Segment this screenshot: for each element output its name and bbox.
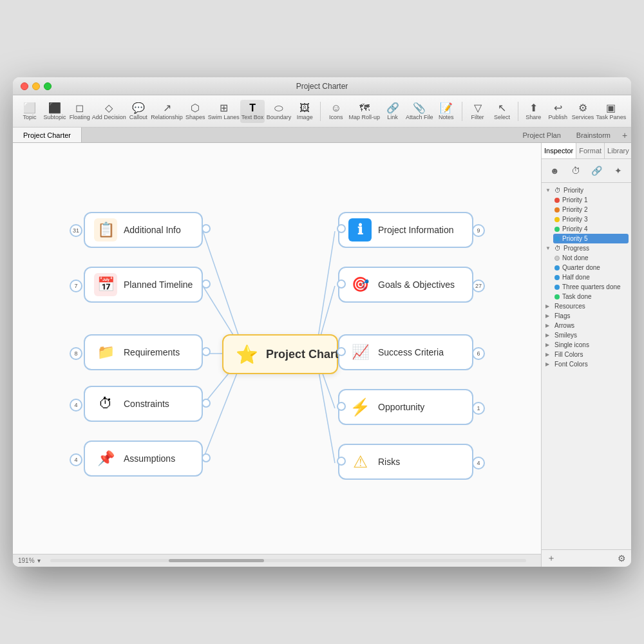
goals-objectives-label: Goals & Objectives [378,279,455,290]
additional-info-label: Additional Info [124,225,181,235]
node-risks[interactable]: ⚠ Risks [338,444,473,480]
publish-button[interactable]: ↩ Publish [546,99,569,123]
priority-1-dot [554,198,560,203]
select-button[interactable]: ↖ Select [491,99,514,123]
task-done-dot [554,294,560,299]
shapes-label: Shapes [185,114,205,120]
tree-item-resources[interactable]: ▶ Resources [544,301,629,311]
add-decision-icon: ◇ [105,102,113,114]
node-opportunity[interactable]: ⚡ Opportunity [338,389,473,425]
services-icon: ⚙ [578,102,587,114]
shapes-button[interactable]: ⬡ Shapes [184,99,207,123]
node-success-criteria[interactable]: 📈 Success Criteria [338,334,473,370]
tree-item-priority[interactable]: ▼ ⏱ Priority [544,185,629,195]
subtopic-label: Subtopic [43,114,66,120]
minimize-button[interactable] [32,82,40,90]
tree-item-font-colors[interactable]: ▶ Font Colors [544,359,629,369]
scrollbar-horizontal[interactable] [50,559,526,562]
sidebar-icon-clock[interactable]: ⏱ [568,163,583,178]
three-quarters-done-label: Three quarters done [562,283,621,290]
planned-timeline-label: Planned Timeline [124,279,193,290]
node-goals-objectives[interactable]: 🎯 Goals & Objectives [338,267,473,303]
node-assumptions[interactable]: 📌 Assumptions [84,440,203,477]
badge-constraints: 4 [70,399,82,412]
icons-button[interactable]: ☺ Icons [325,100,348,123]
tree-item-fill-colors[interactable]: ▶ Fill Colors [544,350,629,359]
map-rollup-label: Map Roll-up [348,114,380,120]
canvas[interactable]: 📋 Additional Info 31 📅 Planned Timeline … [13,143,541,567]
sidebar-tab-format[interactable]: Format [576,143,605,158]
add-tab-button[interactable]: + [618,128,631,142]
tree-item-single-icons[interactable]: ▶ Single icons [544,340,629,350]
tree-item-smileys[interactable]: ▶ Smileys [544,330,629,340]
quarter-done-dot [554,265,560,270]
text-box-button[interactable]: T Text Box [240,100,264,123]
tree-item-progress[interactable]: ▼ ⏱ Progress [544,243,629,253]
tree-item-arrows[interactable]: ▶ Arrows [544,321,629,330]
tree-item-half-done[interactable]: Half done [553,272,629,282]
relationship-button[interactable]: ↗ Relationship [151,99,182,123]
boundary-button[interactable]: ⬭ Boundary [266,100,292,123]
tree-item-flags[interactable]: ▶ Flags [544,311,629,321]
tree-item-task-done[interactable]: Task done [553,292,629,301]
node-constraints[interactable]: ⏱ Constraints [84,386,203,422]
close-button[interactable] [21,82,28,90]
arrows-arrow: ▶ [545,323,552,328]
node-additional-info[interactable]: 📋 Additional Info [84,212,203,248]
smileys-label: Smileys [554,332,577,339]
services-label: Services [572,114,594,120]
callout-button[interactable]: 💬 Callout [127,99,150,123]
sidebar-settings-button[interactable]: ⚙ [618,553,626,564]
sidebar-icon-star[interactable]: ✦ [611,163,626,178]
sidebar-add-button[interactable]: ＋ [547,553,556,564]
map-rollup-button[interactable]: 🗺 Map Roll-up [349,100,380,123]
services-button[interactable]: ⚙ Services [571,99,594,123]
badge-risks: 4 [472,457,485,469]
tree-item-three-quarters-done[interactable]: Three quarters done [553,282,629,292]
tab-sections: Project Plan Brainstorm [515,131,619,139]
project-information-icon: ℹ [348,218,372,242]
connector-dot-additional-info [202,224,211,233]
badge-additional-info: 31 [70,224,82,237]
zoom-dropdown-icon[interactable]: ▾ [37,557,41,564]
sidebar-icon-face[interactable]: ☻ [547,163,562,178]
tree-item-priority-2[interactable]: Priority 2 [553,205,629,214]
sidebar-tab-library[interactable]: Library [605,143,631,158]
tree-item-quarter-done[interactable]: Quarter done [553,263,629,272]
tab-section-brainstorm[interactable]: Brainstorm [569,131,618,139]
subtopic-button[interactable]: ⬛ Subtopic [43,99,67,123]
filter-button[interactable]: ▽ Filter [466,99,489,123]
tab-project-charter[interactable]: Project Charter [13,128,82,142]
node-project-information[interactable]: ℹ Project Information [338,212,473,248]
task-panes-button[interactable]: ▣ Task Panes [596,99,626,123]
tree-item-priority-1[interactable]: Priority 1 [553,195,629,205]
node-planned-timeline[interactable]: 📅 Planned Timeline [84,267,203,303]
floating-button[interactable]: ◻ Floating [68,99,91,123]
sidebar-icon-link[interactable]: 🔗 [589,163,605,178]
link-button[interactable]: 🔗 Link [381,99,404,123]
tree-item-priority-3[interactable]: Priority 3 [553,214,629,224]
node-project-charter[interactable]: ⭐ Project Charter [222,334,338,374]
attach-file-button[interactable]: 📎 Attach File [406,99,433,123]
canvas-content: 📋 Additional Info 31 📅 Planned Timeline … [13,143,541,567]
sidebar-tab-inspector[interactable]: Inspector [542,143,576,158]
node-requirements[interactable]: 📁 Requirements [84,334,203,370]
maximize-button[interactable] [44,82,52,90]
connector-dot-opportunity [337,402,346,411]
share-button[interactable]: ⬆ Share [522,99,545,123]
notes-button[interactable]: 📝 Notes [435,99,458,123]
font-colors-label: Font Colors [554,361,588,368]
zoom-level: 191% [18,557,35,564]
topic-button[interactable]: ⬜ Topic [18,99,41,123]
swim-lanes-button[interactable]: ⊞ Swim Lanes [208,99,239,123]
callout-icon: 💬 [132,102,145,114]
tree-item-priority-5[interactable]: Priority 5 [553,234,629,243]
tree-item-not-done[interactable]: Not done [553,253,629,263]
tab-section-project-plan[interactable]: Project Plan [515,131,569,139]
icons-label: Icons [329,114,343,120]
badge-success-criteria: 6 [472,347,485,360]
add-decision-button[interactable]: ◇ Add Decision [93,99,126,123]
tree-item-priority-4[interactable]: Priority 4 [553,224,629,234]
image-button[interactable]: 🖼 Image [293,100,316,123]
add-decision-label: Add Decision [92,114,126,120]
